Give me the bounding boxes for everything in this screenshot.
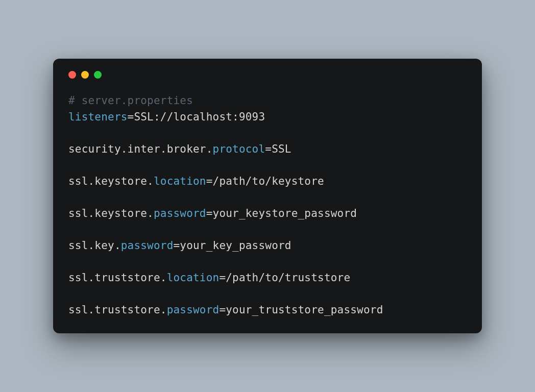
code-text: ssl.keystore. — [68, 207, 154, 219]
code-comment: # server.properties — [68, 94, 193, 107]
code-key: protocol — [213, 143, 265, 155]
code-key: password — [121, 239, 174, 252]
code-block: # server.properties listeners=SSL://loca… — [68, 93, 467, 318]
code-key: location — [167, 272, 220, 284]
code-text: ssl.key. — [68, 239, 121, 252]
code-value: =/path/to/truststore — [219, 272, 350, 284]
code-value: =SSL — [265, 143, 291, 155]
minimize-icon[interactable] — [81, 71, 89, 79]
code-window: # server.properties listeners=SSL://loca… — [53, 59, 482, 333]
maximize-icon[interactable] — [94, 71, 102, 79]
code-text: ssl.keystore. — [68, 175, 154, 187]
code-key: listeners — [68, 111, 128, 123]
code-value: =your_key_password — [174, 239, 291, 252]
window-titlebar — [68, 71, 467, 79]
code-text: ssl.truststore. — [68, 304, 167, 316]
code-key: password — [167, 304, 220, 316]
code-text: ssl.truststore. — [68, 272, 167, 284]
code-value: =your_keystore_password — [206, 207, 357, 219]
close-icon[interactable] — [68, 71, 76, 79]
code-value: =your_truststore_password — [219, 304, 383, 316]
code-value: =SSL://localhost:9093 — [128, 111, 265, 123]
code-text: security.inter.broker. — [68, 143, 213, 155]
code-value: =/path/to/keystore — [206, 175, 324, 187]
code-key: location — [154, 175, 206, 187]
code-key: password — [154, 207, 206, 219]
